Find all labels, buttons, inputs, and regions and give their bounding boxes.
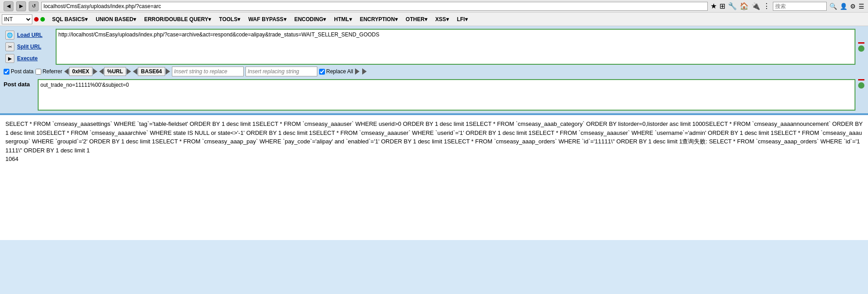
execute-item[interactable]: ▶ Execute [4, 53, 53, 64]
replace-all-label: Replace All [326, 68, 353, 75]
replace-all-checkbox[interactable] [319, 69, 325, 75]
post-data-row: Post data out_trade_no=11111%00'&subject… [4, 79, 864, 111]
url-side-controls [858, 42, 864, 52]
user-icon: 👤 [840, 3, 847, 10]
load-url-item[interactable]: 🌐 Load URL [4, 30, 53, 40]
menu-tools[interactable]: TOOLS▾ [215, 15, 244, 24]
menu-html[interactable]: HTML▾ [330, 15, 355, 24]
post-side-controls [858, 79, 864, 89]
post-plus-icon[interactable] [858, 82, 864, 89]
load-url-icon: 🌐 [5, 31, 14, 40]
tool-area: 🌐 Load URL ✂ Split URL ▶ Execute http://… [0, 26, 868, 114]
more-icon: ⋮ [763, 2, 770, 10]
browser-bar: ◀ ▶ ↺ ★ ⊞ 🔧 🏠 🔌 ⋮ 🔍 👤 ⚙ ☰ [0, 0, 868, 13]
tools-icon: 🔧 [728, 2, 737, 10]
hex-decode-btn[interactable]: 0xHEX [64, 67, 97, 76]
post-data-checkbox[interactable] [4, 69, 9, 75]
replace-execute-arrow2[interactable] [362, 68, 367, 75]
base64-decode-btn[interactable]: BASE64 [133, 67, 170, 76]
output-area: SELECT * FROM `cmseasy_aaasettings` WHER… [0, 114, 868, 240]
int-dropdown[interactable]: INT STRING [2, 14, 32, 24]
hex-right-arrow [93, 68, 97, 75]
hex-label[interactable]: 0xHEX [69, 67, 92, 76]
menu-bar: INT STRING SQL BASICS▾ UNION BASED▾ ERRO… [0, 13, 868, 26]
refresh-button[interactable]: ↺ [29, 1, 39, 11]
referrer-checkbox[interactable] [35, 69, 41, 75]
post-data-checkbox-item[interactable]: Post data [4, 68, 34, 75]
replace-execute-arrow[interactable] [355, 68, 359, 75]
url-row: 🌐 Load URL ✂ Split URL ▶ Execute http://… [4, 29, 864, 65]
menu-lfi[interactable]: LFI▾ [453, 15, 471, 24]
encoding-row: Post data Referrer 0xHEX %URL BASE64 [4, 67, 864, 76]
referrer-checkbox-item[interactable]: Referrer [35, 68, 62, 75]
split-url-icon: ✂ [5, 42, 14, 51]
base64-left-arrow [133, 68, 137, 75]
base64-right-arrow [166, 68, 170, 75]
menu-sql-basics[interactable]: SQL BASICS▾ [48, 15, 91, 24]
menu-waf-bypass[interactable]: WAF BYPASS▾ [245, 15, 289, 24]
int-selector[interactable]: INT STRING [2, 14, 45, 24]
url-left-arrow [99, 68, 104, 75]
url-right-arrow [127, 68, 131, 75]
post-data-textarea[interactable]: out_trade_no=11111%00'&subject=0 [38, 79, 855, 111]
insert-replacing-string[interactable] [245, 67, 317, 76]
execute-label[interactable]: Execute [17, 55, 38, 62]
search-input[interactable] [773, 2, 827, 11]
output-text: SELECT * FROM `cmseasy_aaasettings` WHER… [5, 120, 863, 164]
history-icon: ⊞ [719, 2, 725, 10]
insert-string-to-replace[interactable] [172, 67, 244, 76]
url-label[interactable]: %URL [104, 67, 126, 76]
menu-error-double-query[interactable]: ERROR/DOUBLE QUERY▾ [140, 15, 215, 24]
menu-encryption[interactable]: ENCRYPTION▾ [356, 15, 401, 24]
url-decode-btn[interactable]: %URL [99, 67, 131, 76]
green-indicator [40, 17, 45, 22]
settings-icon: ⚙ [850, 3, 856, 10]
menu-union-based[interactable]: UNION BASED▾ [92, 15, 140, 24]
bookmark-icon: ★ [710, 2, 717, 10]
url-textarea[interactable]: http://localhost/CmsEasy/uploads/index.p… [56, 29, 855, 65]
post-data-checkbox-label: Post data [11, 68, 34, 75]
search-icon: 🔍 [829, 3, 837, 10]
menu-other[interactable]: OTHER▾ [402, 15, 431, 24]
execute-icon: ▶ [5, 54, 14, 63]
plus-icon[interactable] [858, 45, 864, 52]
split-url-label[interactable]: Split URL [17, 44, 41, 50]
home-icon: 🏠 [740, 2, 749, 10]
post-data-label: Post data [4, 79, 35, 88]
menu-encoding[interactable]: ENCODING▾ [291, 15, 330, 24]
replace-all-item[interactable]: Replace All [319, 68, 353, 75]
side-actions: 🌐 Load URL ✂ Split URL ▶ Execute [4, 30, 53, 64]
browser-url-bar[interactable] [41, 2, 708, 11]
hex-left-arrow [64, 68, 69, 75]
extensions-icon: 🔌 [751, 2, 760, 10]
referrer-checkbox-label: Referrer [43, 68, 62, 75]
base64-label[interactable]: BASE64 [138, 67, 165, 76]
back-button[interactable]: ◀ [4, 1, 13, 11]
menu-icon: ☰ [859, 3, 864, 10]
load-url-label[interactable]: Load URL [17, 32, 43, 38]
red-indicator [34, 17, 39, 22]
menu-xss[interactable]: XSS▾ [432, 15, 452, 24]
minus-icon[interactable] [858, 42, 864, 44]
split-url-item[interactable]: ✂ Split URL [4, 41, 53, 52]
forward-button[interactable]: ▶ [16, 1, 26, 11]
post-minus-icon[interactable] [858, 79, 864, 80]
